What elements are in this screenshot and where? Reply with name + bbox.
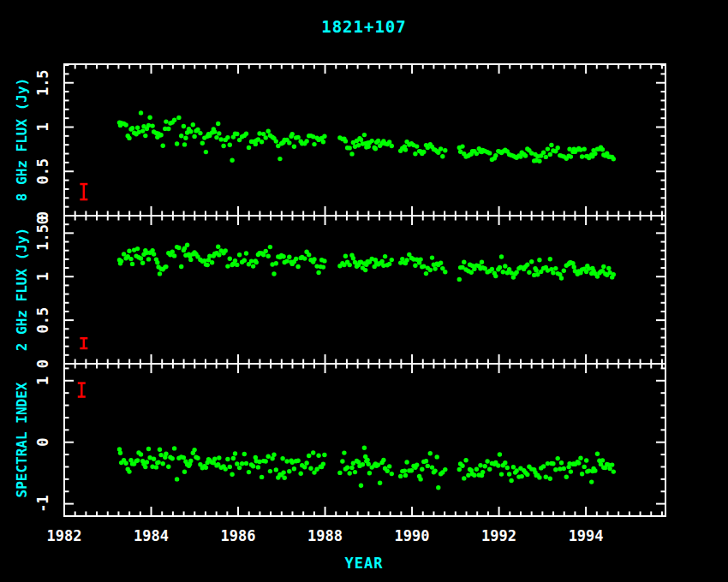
panel-spectral_index-box (64, 364, 665, 516)
data-points-flux2 (117, 243, 616, 282)
x-tick-label: 1984 (134, 527, 169, 544)
error-bar-flux2 (80, 338, 87, 348)
x-tick-label: 1986 (221, 527, 256, 544)
y-tick-label: 1 (34, 272, 51, 281)
y-tick-labels-spectral_index: -101 (34, 377, 51, 513)
error-bar-flux8 (80, 184, 87, 199)
y-tick-label: 1 (34, 377, 51, 385)
y-tick-label: 0.5 (34, 158, 51, 185)
y-tick-label: 1.5 (34, 69, 51, 96)
x-tick-label: 1988 (307, 527, 343, 544)
error-bar-spectral_index (78, 383, 86, 397)
x-tick-label: 1990 (395, 527, 430, 544)
light-curve-plot: 00.511.500.511.50-1011982198419861988199… (0, 0, 728, 582)
y-tick-label: 0 (34, 438, 51, 447)
x-tick-label: 1992 (481, 527, 516, 544)
data-points-flux8 (117, 110, 616, 163)
y-tick-label: 0 (34, 359, 51, 368)
x-tick-label: 1994 (569, 527, 604, 544)
y-tick-label: 0.5 (34, 307, 51, 334)
panel-flux2-box (64, 216, 665, 364)
y-tick-labels-flux8: 00.511.5 (34, 69, 51, 220)
panel-flux8-box (64, 64, 665, 216)
data-points-spectral_index (117, 446, 616, 490)
x-tick-labels: 1982198419861988199019921994 (47, 527, 604, 544)
y-tick-labels-flux2: 00.511.50 (34, 216, 51, 368)
y-tick-label: -1 (34, 495, 51, 512)
x-tick-label: 1982 (47, 527, 82, 544)
y-tick-label: 1 (34, 122, 51, 131)
y-tick-label: 1.50 (34, 216, 51, 251)
